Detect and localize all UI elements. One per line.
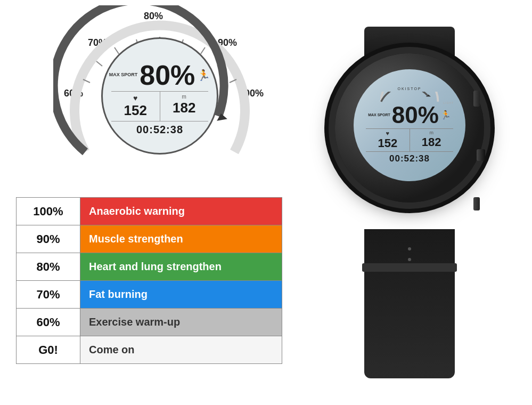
ws-side-label-right: BACKLIT [446,166,449,181]
distance-unit: m [182,94,186,100]
brand-label: OKISTOP [398,87,422,91]
zone-label-anaerobic: Anaerobic warning [80,198,282,225]
face-percent: 80% [140,61,195,89]
crown-button-top[interactable] [473,91,480,107]
strap-hole-1 [408,247,411,250]
percent-cell: 60% [17,309,80,336]
ws-dist-unit: m [429,130,433,135]
face-top-row: MAX SPORT 80% 🏃 [109,61,211,89]
table-row: 90% Muscle strengthen [17,225,282,253]
zone-label-muscle: Muscle strengthen [80,225,282,253]
ws-percent-display: 80% [392,103,439,127]
heart-rate-value: 152 [124,102,147,119]
watch-photo-area: OKISTOP MAX SPORT 80% 🏃 ♥ 152 [287,0,532,405]
strap-buckle [362,263,457,272]
table-row: 80% Heart and lung strengthen [17,253,282,281]
ws-distance: 182 [422,135,441,149]
zone-label-fatburn: Fat burning [80,281,282,309]
svg-line-2 [201,47,205,54]
ws-elapsed-time: 00:52:38 [389,153,430,164]
face-middle-right: m 182 [160,92,208,121]
zone-label-comeon: Come on [80,336,282,364]
ws-heart-rate: 152 [378,136,397,150]
zone-label-warmup: Exercise warm-up [80,309,282,336]
dial-container: 60% 70% 80% 90% 100% [53,5,266,192]
watch-screen: OKISTOP MAX SPORT 80% 🏃 ♥ 152 [354,69,465,181]
left-panel: 60% 70% 80% 90% 100% [16,5,304,364]
ws-maxsport-label: MAX SPORT [368,113,390,117]
percent-cell: 100% [17,198,80,225]
crown-button-mid[interactable] [477,149,485,161]
elapsed-time: 00:52:38 [136,124,183,136]
svg-line-6 [114,47,119,54]
ws-heart-icon: ♥ [386,130,390,136]
ws-mid-stats: ♥ 152 m 182 [366,128,453,152]
table-row: 60% Exercise warm-up [17,309,282,336]
ws-run-icon: 🏃 [440,110,451,120]
svg-line-7 [96,61,102,66]
distance-value: 182 [173,100,195,116]
table-row: G0! Come on [17,336,282,364]
ws-side-label-left: LOWER [373,167,377,181]
percent-cell-go: G0! [17,336,80,364]
max-sport-label: MAX SPORT [109,72,138,78]
strap-hole-2 [408,258,411,261]
ws-main-row: MAX SPORT 80% 🏃 [368,103,451,127]
crown-button-bot[interactable] [473,197,480,210]
table-row: 100% Anaerobic warning [17,198,282,225]
percent-cell: 80% [17,253,80,281]
strap-top [364,27,455,56]
watch-arc-svg [362,92,457,102]
strap-bottom [364,229,455,378]
face-inner: MAX SPORT 80% 🏃 ♥ 152 m 182 00:52:38 [103,56,217,136]
ws-dist-section: m 182 [410,129,453,151]
percent-cell: 90% [17,225,80,253]
face-middle-row: ♥ 152 m 182 [111,91,208,122]
run-icon: 🏃 [197,69,210,82]
ws-side-label-topr: LIGHT [443,101,454,104]
watch-body: OKISTOP MAX SPORT 80% 🏃 ♥ 152 [319,27,500,378]
heart-icon: ♥ [133,94,137,102]
zone-label-heartlung: Heart and lung strengthen [80,253,282,281]
percent-cell: 70% [17,281,80,309]
zones-table: 100% Anaerobic warning 90% Muscle streng… [16,197,282,364]
watch-case: OKISTOP MAX SPORT 80% 🏃 ♥ 152 [335,53,484,203]
watch-face-dial: MAX SPORT 80% 🏃 ♥ 152 m 182 00:52:38 [101,37,218,155]
ws-hr-section: ♥ 152 [366,129,410,151]
face-middle-left: ♥ 152 [111,92,160,121]
table-row: 70% Fat burning [17,281,282,309]
